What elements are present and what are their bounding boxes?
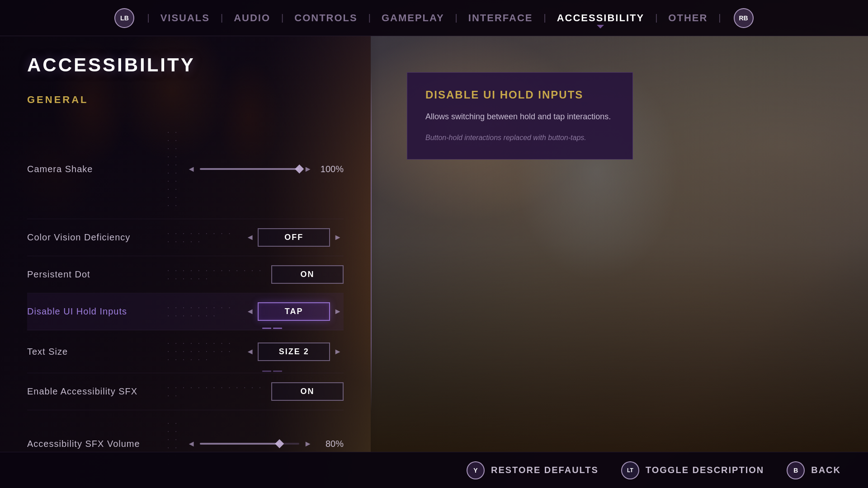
camera-shake-control[interactable]: ◄ ► 100% — [187, 164, 344, 174]
text-size-dot-2 — [273, 371, 282, 372]
desc-note: Button-hold interactions replaced with b… — [425, 132, 614, 143]
text-size-left-arrow: ◄ — [244, 347, 256, 357]
nav-item-audio[interactable]: AUDIO — [226, 9, 278, 28]
section-general-title: GENERAL — [27, 94, 344, 106]
color-vision-control[interactable]: ◄ OFF ► — [244, 228, 344, 247]
sfx-volume-label: Accessibility SFX Volume — [27, 439, 163, 449]
desc-title: DISABLE UI HOLD INPUTS — [425, 89, 614, 101]
highlight-dot-1 — [262, 328, 271, 329]
setting-row-color-vision[interactable]: Color Vision Deficiency · · · · · · · · … — [27, 219, 344, 256]
nav-sep-2: | — [221, 13, 223, 23]
camera-shake-value: 100% — [316, 164, 344, 174]
color-vision-left-arrow: ◄ — [244, 233, 256, 242]
sfx-volume-value: 80% — [316, 439, 344, 449]
nav-item-visuals[interactable]: VISUALS — [153, 9, 217, 28]
disable-ui-hold-right-arrow: ► — [332, 307, 344, 316]
back-label: BACK — [811, 465, 841, 475]
lt-button: LT — [621, 461, 639, 479]
sfx-volume-control[interactable]: ◄ ► 80% — [187, 439, 344, 449]
settings-list: Camera Shake · · · · · · · · · · · · · ·… — [27, 119, 344, 478]
disable-ui-hold-left-arrow: ◄ — [244, 307, 256, 316]
sfx-volume-track — [200, 443, 299, 445]
text-size-dots: · · · · · · · · · · · · · · · · · · · · … — [167, 339, 240, 364]
nav-item-gameplay[interactable]: GAMEPLAY — [374, 9, 452, 28]
text-size-value: SIZE 2 — [258, 343, 330, 361]
nav-item-controls[interactable]: CONTROLS — [287, 9, 364, 28]
persistent-dot-control[interactable]: ON — [271, 265, 344, 284]
nav-sep-8: | — [718, 13, 721, 23]
rb-button[interactable]: RB — [734, 8, 754, 28]
accessibility-sfx-label: Enable Accessibility SFX — [27, 386, 163, 397]
camera-shake-right-arrow: ► — [304, 164, 312, 174]
disable-ui-hold-dots: · · · · · · · · · · · · · · · · — [167, 304, 240, 320]
restore-defaults-label: RESTORE DEFAULTS — [491, 465, 599, 475]
nav-sep-1: | — [147, 13, 149, 23]
accessibility-sfx-control[interactable]: ON — [271, 382, 344, 401]
toggle-description-label: TOGGLE DESCRIPTION — [646, 465, 764, 475]
setting-row-disable-ui-hold[interactable]: Disable UI Hold Inputs · · · · · · · · ·… — [27, 293, 344, 330]
persistent-dot-dots: · · · · · · · · · · · · · · · · · · · — [167, 267, 267, 283]
nav-sep-3: | — [281, 13, 283, 23]
disable-ui-hold-label: Disable UI Hold Inputs — [27, 306, 163, 317]
sfx-volume-right-arrow: ► — [304, 439, 312, 449]
camera-shake-thumb — [295, 164, 304, 174]
nav-item-interface[interactable]: INTERFACE — [461, 9, 540, 28]
accessibility-sfx-dots: · · · · · · · · · · · · · · · — [167, 384, 267, 400]
nav-item-accessibility[interactable]: ACCESSIBILITY — [550, 9, 651, 28]
text-size-right-arrow: ► — [332, 347, 344, 357]
text-size-label: Text Size — [27, 347, 163, 357]
nav-item-other[interactable]: OTHER — [661, 9, 715, 28]
color-vision-value: OFF — [258, 228, 330, 247]
bottom-bar: Y RESTORE DEFAULTS LT TOGGLE DESCRIPTION… — [0, 452, 868, 488]
sfx-volume-left-arrow: ◄ — [187, 439, 195, 449]
disable-ui-hold-value: TAP — [258, 302, 330, 321]
setting-row-camera-shake[interactable]: Camera Shake · · · · · · · · · · · · · ·… — [27, 119, 344, 219]
description-panel: DISABLE UI HOLD INPUTS Allows switching … — [407, 72, 633, 160]
persistent-dot-label: Persistent Dot — [27, 269, 163, 280]
text-size-control[interactable]: ◄ SIZE 2 ► — [244, 343, 344, 361]
back-action[interactable]: B BACK — [787, 461, 841, 479]
color-vision-label: Color Vision Deficiency — [27, 232, 163, 243]
accessibility-sfx-value: ON — [271, 382, 344, 401]
toggle-description-action[interactable]: LT TOGGLE DESCRIPTION — [621, 461, 764, 479]
setting-row-text-size[interactable]: Text Size · · · · · · · · · · · · · · · … — [27, 330, 344, 373]
camera-shake-track — [200, 168, 299, 170]
main-content: ACCESSIBILITY GENERAL Camera Shake · · ·… — [0, 36, 371, 488]
camera-shake-dots: · · · · · · · · · · · · · · · · · · · · — [167, 128, 183, 210]
setting-row-accessibility-sfx[interactable]: Enable Accessibility SFX · · · · · · · ·… — [27, 373, 344, 410]
setting-row-persistent-dot[interactable]: Persistent Dot · · · · · · · · · · · · ·… — [27, 256, 344, 293]
color-vision-dots: · · · · · · · · · · · · · · — [167, 230, 240, 246]
y-button: Y — [467, 461, 485, 479]
persistent-dot-value: ON — [271, 265, 344, 284]
highlight-dot-2 — [273, 328, 282, 329]
camera-shake-fill — [200, 168, 299, 170]
restore-defaults-action[interactable]: Y RESTORE DEFAULTS — [467, 461, 599, 479]
top-nav: LB | VISUALS | AUDIO | CONTROLS | GAMEPL… — [0, 0, 868, 36]
sfx-volume-thumb — [275, 439, 284, 448]
b-button: B — [787, 461, 805, 479]
camera-shake-label: Camera Shake — [27, 164, 163, 174]
sfx-volume-fill — [200, 443, 279, 445]
nav-sep-4: | — [368, 13, 371, 23]
lb-button[interactable]: LB — [114, 8, 134, 28]
camera-shake-left-arrow: ◄ — [187, 164, 195, 174]
page-title: ACCESSIBILITY — [27, 54, 344, 76]
disable-ui-hold-control[interactable]: ◄ TAP ► — [244, 302, 344, 321]
desc-body: Allows switching between hold and tap in… — [425, 110, 614, 123]
nav-sep-7: | — [655, 13, 657, 23]
active-row-highlight — [262, 328, 282, 329]
text-size-dot-1 — [262, 371, 271, 372]
nav-sep-5: | — [455, 13, 458, 23]
panel-divider — [371, 72, 372, 411]
nav-sep-6: | — [543, 13, 546, 23]
color-vision-right-arrow: ► — [332, 233, 344, 242]
